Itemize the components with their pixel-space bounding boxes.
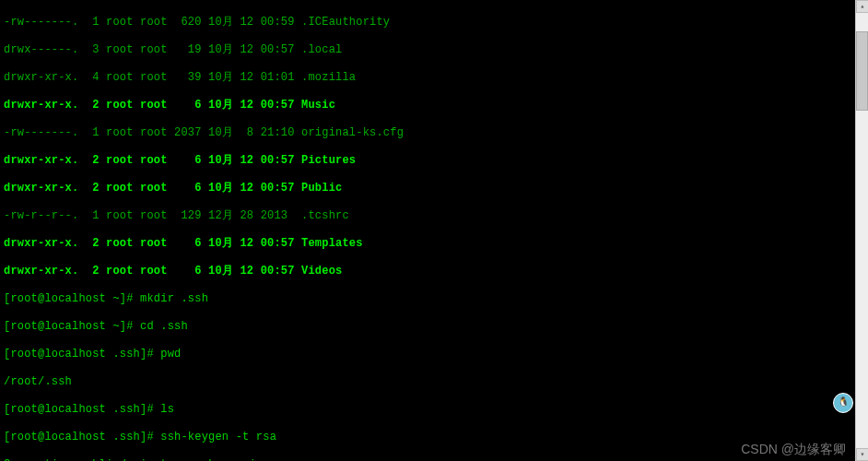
ls-line: drwxr-xr-x. 2 root root 6 10月 12 00:57 T… (4, 237, 864, 251)
scroll-up-button[interactable]: ▴ (856, 0, 868, 13)
scrollbar-track[interactable] (856, 13, 868, 448)
ls-line: drwx------. 3 root root 19 10月 12 00:57 … (4, 43, 864, 57)
ls-line: -rw-------. 1 root root 620 10月 12 00:59… (4, 16, 864, 30)
ls-line: drwxr-xr-x. 2 root root 6 10月 12 00:57 P… (4, 154, 864, 168)
prompt-line: [root@localhost ~]# mkdir .ssh (4, 292, 864, 306)
avatar-icon: 🐧 (833, 393, 853, 413)
prompt-line: [root@localhost .ssh]# ls (4, 403, 864, 417)
ls-line: -rw-------. 1 root root 2037 10月 8 21:10… (4, 126, 864, 140)
output-line: /root/.ssh (4, 375, 864, 389)
ls-line: drwxr-xr-x. 2 root root 6 10月 12 00:57 V… (4, 265, 864, 278)
ls-line: -rw-r--r--. 1 root root 129 12月 28 2013 … (4, 209, 864, 223)
ls-line: drwxr-xr-x. 2 root root 6 10月 12 00:57 P… (4, 182, 864, 195)
prompt-line: [root@localhost .ssh]# ssh-keygen -t rsa (4, 431, 864, 444)
prompt-line: [root@localhost .ssh]# pwd (4, 348, 864, 361)
scrollbar-thumb[interactable] (856, 31, 868, 111)
vertical-scrollbar[interactable]: ▴ ▾ (855, 0, 868, 461)
ls-line: drwxr-xr-x. 4 root root 39 10月 12 01:01 … (4, 71, 864, 85)
terminal-output[interactable]: -rw-------. 1 root root 620 10月 12 00:59… (4, 2, 864, 461)
scroll-down-button[interactable]: ▾ (856, 448, 868, 461)
prompt-line: [root@localhost ~]# cd .ssh (4, 320, 864, 334)
ls-line: drwxr-xr-x. 2 root root 6 10月 12 00:57 M… (4, 99, 864, 112)
